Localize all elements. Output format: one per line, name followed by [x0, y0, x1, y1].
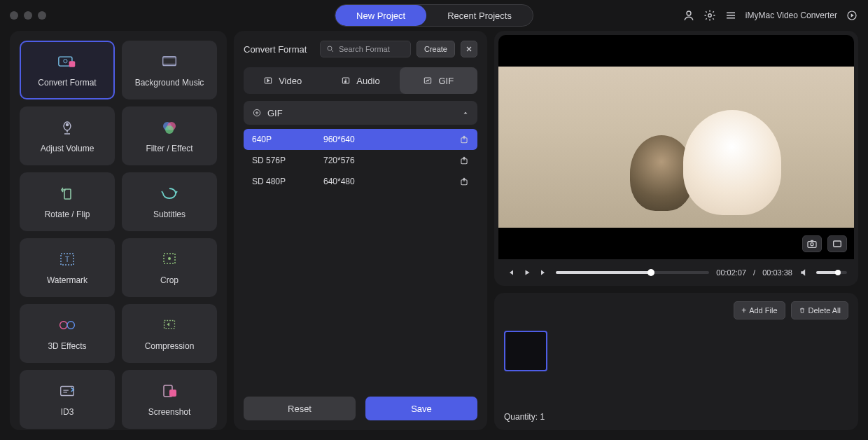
- main-area: Convert Format Background Music Adjust V…: [0, 31, 868, 440]
- tile-compression[interactable]: Compression: [122, 304, 217, 363]
- file-queue-panel: + Add File Delete All Quantity: 1: [494, 293, 858, 430]
- video-content: [683, 110, 781, 215]
- format-row-640p[interactable]: 640P 960*640: [244, 129, 477, 150]
- tile-subtitles[interactable]: Subtitles: [122, 172, 217, 231]
- id3-icon: [58, 382, 76, 400]
- menu-icon[interactable]: [724, 9, 737, 22]
- tile-id3[interactable]: ID3: [20, 370, 115, 429]
- tile-filter-effect[interactable]: Filter / Effect: [122, 106, 217, 165]
- search-placeholder: Search Format: [339, 45, 390, 53]
- tab-recent-projects[interactable]: Recent Projects: [426, 5, 533, 26]
- tile-label: Screenshot: [148, 407, 191, 417]
- tile-convert-format[interactable]: Convert Format: [20, 41, 115, 99]
- adjust-volume-icon: [58, 118, 76, 137]
- 3d-effects-icon: [58, 316, 76, 334]
- tile-screenshot[interactable]: Screenshot: [122, 370, 217, 429]
- svg-rect-23: [169, 390, 176, 397]
- svg-point-1: [708, 14, 712, 18]
- background-music-icon: [160, 53, 178, 71]
- svg-point-5: [64, 60, 67, 63]
- minimize-window-icon[interactable]: [24, 11, 32, 20]
- volume-slider[interactable]: [816, 271, 847, 274]
- tile-label: 3D Effects: [48, 341, 86, 351]
- tile-background-music[interactable]: Background Music: [122, 41, 217, 99]
- tile-label: Filter / Effect: [146, 144, 192, 153]
- format-type-tabs: Video Audio GIF: [244, 67, 477, 94]
- svg-rect-13: [64, 189, 71, 199]
- export-icon[interactable]: [459, 177, 469, 186]
- reset-button[interactable]: Reset: [244, 397, 356, 420]
- format-row-480p[interactable]: SD 480P 640*480: [244, 171, 477, 192]
- tab-audio[interactable]: Audio: [321, 67, 399, 94]
- format-group-gif[interactable]: GIF: [244, 101, 477, 125]
- gear-icon[interactable]: [704, 9, 716, 22]
- volume-icon[interactable]: [799, 268, 809, 277]
- export-icon[interactable]: [459, 135, 469, 144]
- tile-rotate-flip[interactable]: Rotate / Flip: [20, 172, 115, 231]
- snapshot-icon[interactable]: [802, 235, 822, 252]
- tools-sidebar: Convert Format Background Music Adjust V…: [10, 31, 227, 430]
- close-panel-button[interactable]: [461, 41, 477, 57]
- svg-point-34: [811, 243, 813, 246]
- create-button[interactable]: Create: [416, 41, 455, 57]
- preview-panel: 00:02:07 / 00:03:38: [494, 31, 858, 286]
- time-total: 00:03:38: [762, 268, 792, 277]
- quantity-label: Quantity: 1: [504, 405, 848, 422]
- tab-new-project[interactable]: New Project: [335, 5, 426, 26]
- progress-bar[interactable]: [556, 271, 709, 274]
- crop-icon: [160, 250, 178, 268]
- tab-label: GIF: [438, 76, 454, 86]
- group-label: GIF: [267, 108, 283, 118]
- svg-point-9: [66, 124, 69, 126]
- tab-gif[interactable]: GIF: [400, 67, 477, 94]
- export-icon[interactable]: [459, 156, 469, 165]
- tile-3d-effects[interactable]: 3D Effects: [20, 304, 115, 363]
- format-res: 640*480: [323, 177, 451, 186]
- screenshot-icon: [160, 382, 178, 400]
- svg-rect-35: [834, 241, 841, 247]
- maximize-window-icon[interactable]: [38, 11, 46, 20]
- tile-adjust-volume[interactable]: Adjust Volume: [20, 106, 115, 165]
- svg-point-12: [165, 125, 174, 134]
- topright-controls: iMyMac Video Converter: [682, 9, 858, 22]
- time-sep: /: [753, 268, 755, 277]
- convert-format-icon: [58, 53, 76, 71]
- tile-crop[interactable]: Crop: [122, 238, 217, 297]
- app-name: iMyMac Video Converter: [746, 11, 837, 20]
- window-controls: [10, 11, 46, 20]
- tab-video[interactable]: Video: [244, 67, 321, 94]
- account-icon[interactable]: [682, 9, 695, 22]
- svg-point-24: [328, 46, 332, 50]
- delete-all-button[interactable]: Delete All: [791, 301, 848, 319]
- svg-rect-4: [69, 61, 76, 67]
- format-row-576p[interactable]: SD 576P 720*576: [244, 150, 477, 171]
- filter-effect-icon: [160, 118, 178, 137]
- svg-point-27: [345, 81, 346, 83]
- close-window-icon[interactable]: [10, 11, 18, 20]
- thumbnail-list: [504, 331, 848, 371]
- format-name: SD 480P: [252, 177, 315, 186]
- svg-rect-7: [163, 57, 176, 59]
- watermark-icon: T: [58, 250, 76, 268]
- tile-watermark[interactable]: T Watermark: [20, 238, 115, 297]
- format-res: 720*576: [323, 156, 451, 165]
- prev-frame-icon[interactable]: [505, 268, 515, 277]
- titlebar: New Project Recent Projects iMyMac Video…: [0, 0, 868, 31]
- project-tabs: New Project Recent Projects: [335, 4, 533, 27]
- play-badge-icon[interactable]: [846, 9, 858, 22]
- fullscreen-icon[interactable]: [827, 235, 847, 252]
- panel-title: Convert Format: [244, 44, 307, 55]
- play-icon[interactable]: [522, 268, 532, 277]
- svg-point-17: [168, 257, 171, 260]
- tile-label: Background Music: [135, 78, 204, 88]
- add-file-button[interactable]: + Add File: [734, 301, 785, 319]
- save-button[interactable]: Save: [365, 397, 477, 420]
- time-current: 00:02:07: [716, 268, 746, 277]
- video-frame: [498, 67, 854, 228]
- playback-controls: 00:02:07 / 00:03:38: [498, 259, 854, 279]
- search-format-input[interactable]: Search Format: [320, 41, 411, 57]
- video-preview[interactable]: [498, 35, 854, 259]
- file-thumbnail[interactable]: [504, 331, 547, 371]
- next-frame-icon[interactable]: [539, 268, 549, 277]
- format-res: 960*640: [323, 135, 451, 144]
